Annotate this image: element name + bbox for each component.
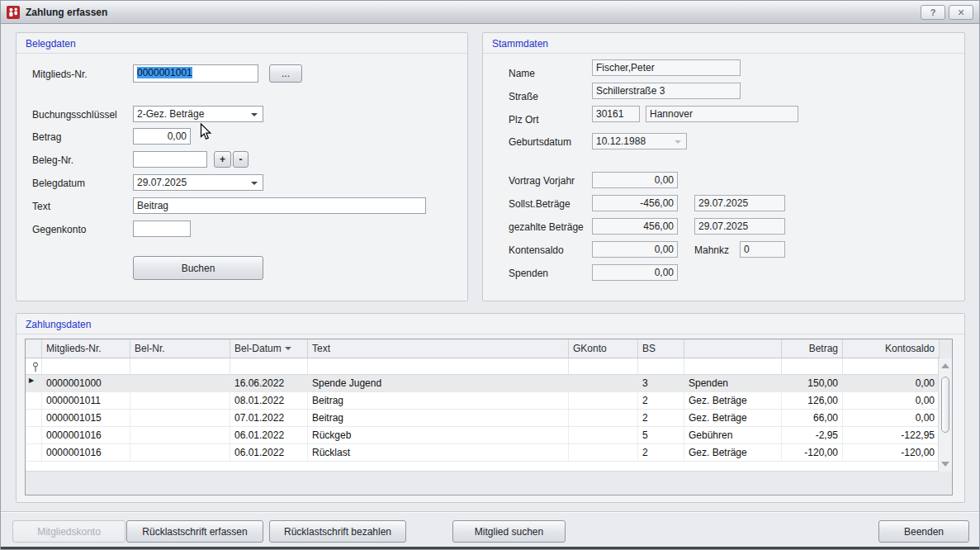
filter-cell[interactable]: [569, 358, 638, 374]
mitglied-suchen-button[interactable]: Mitglied suchen: [452, 520, 566, 543]
cell-bel-datum[interactable]: 16.06.2022: [230, 375, 308, 391]
empty-row: [26, 462, 940, 472]
column-header-bel_nr[interactable]: Bel-Nr.: [130, 339, 230, 358]
cell-gkonto[interactable]: [569, 444, 638, 461]
beenden-button[interactable]: Beenden: [878, 520, 969, 543]
cell-bel-datum[interactable]: 07.01.2022: [230, 410, 308, 426]
cell-bel-nr[interactable]: [130, 375, 230, 391]
cell-bel-datum[interactable]: 06.01.2022: [230, 427, 308, 443]
help-button[interactable]: ?: [921, 5, 945, 20]
cell-mitglieds-nr[interactable]: 0000001011: [42, 392, 130, 409]
ruecklastschrift-bezahlen-button[interactable]: Rücklastschrift bezahlen: [269, 520, 406, 543]
column-header-mitglieds_nr[interactable]: Mitglieds-Nr.: [42, 339, 130, 358]
cell-mitglieds-nr[interactable]: 0000001000: [42, 375, 130, 391]
betrag-input[interactable]: 0,00: [133, 128, 191, 145]
text-label: Text: [32, 201, 50, 212]
cell-gkonto[interactable]: [569, 375, 638, 391]
sort-desc-icon: [285, 347, 291, 350]
mitglied-suchen-label: Mitglied suchen: [475, 526, 543, 538]
scrollbar-down-icon[interactable]: [941, 462, 949, 467]
table-row[interactable]: 0000001016 06.01.2022 Rückgeb 5 Gebühren…: [26, 427, 940, 444]
column-header-kontosaldo[interactable]: Kontosaldo: [843, 339, 940, 358]
cell-gkonto[interactable]: [569, 427, 638, 443]
beleg-nr-decrement-button[interactable]: -: [233, 151, 249, 168]
filter-cell[interactable]: [308, 358, 569, 374]
cell-betrag[interactable]: -120,00: [782, 444, 843, 461]
table-row[interactable]: 0000001015 07.01.2022 Beitrag 2 Gez. Bet…: [26, 410, 940, 427]
filter-cell[interactable]: [130, 358, 230, 374]
filter-row[interactable]: [26, 358, 940, 375]
cell-betrag[interactable]: 150,00: [782, 375, 843, 391]
cell-bs[interactable]: 3: [638, 375, 684, 391]
cell-bs[interactable]: 2: [638, 410, 684, 426]
text-input[interactable]: Beitrag: [133, 197, 426, 214]
cell-betrag[interactable]: 126,00: [782, 392, 843, 409]
filter-cell[interactable]: [638, 358, 684, 374]
cell-mitglieds-nr[interactable]: 0000001016: [42, 427, 130, 443]
cell-kontosaldo[interactable]: 0,00: [843, 392, 940, 409]
mitgliedskonto-button[interactable]: Mitgliedskonto: [12, 520, 125, 543]
beleg-nr-increment-button[interactable]: +: [214, 151, 231, 168]
filter-cell[interactable]: [782, 358, 843, 374]
table-row[interactable]: 0000001011 08.01.2022 Beitrag 2 Gez. Bet…: [26, 392, 940, 410]
cell-text[interactable]: Rückgeb: [308, 427, 569, 443]
column-header-gkonto[interactable]: GKonto: [569, 339, 638, 358]
buchen-button[interactable]: Buchen: [133, 256, 263, 280]
ruecklastschrift-erfassen-button[interactable]: Rücklastschrift erfassen: [126, 520, 263, 543]
cell-betrag[interactable]: 66,00: [782, 410, 843, 426]
column-header-bs_text[interactable]: [684, 339, 782, 358]
cell-text[interactable]: Beitrag: [308, 410, 569, 426]
cell-bs-text[interactable]: Gez. Beträge: [684, 392, 782, 409]
cell-kontosaldo[interactable]: -120,00: [843, 444, 940, 461]
table-row[interactable]: ▶ 0000001000 16.06.2022 Spende Jugend 3 …: [26, 375, 940, 392]
browse-button[interactable]: ...: [269, 64, 302, 83]
cell-text[interactable]: Rücklast: [308, 444, 569, 461]
column-header-text[interactable]: Text: [308, 339, 569, 358]
cell-text[interactable]: Beitrag: [308, 392, 569, 409]
cell-kontosaldo[interactable]: 0,00: [843, 410, 940, 426]
vertical-scrollbar[interactable]: [938, 358, 952, 472]
column-header-betrag[interactable]: Betrag: [782, 339, 843, 358]
belegdatum-select[interactable]: 29.07.2025: [133, 174, 263, 191]
column-header-bs[interactable]: BS: [638, 339, 684, 358]
filter-cell[interactable]: [230, 358, 308, 374]
cell-bel-datum[interactable]: 06.01.2022: [230, 444, 308, 461]
gegenkonto-input[interactable]: [133, 220, 191, 237]
filter-cell[interactable]: [42, 358, 130, 374]
cell-mitglieds-nr[interactable]: 0000001016: [42, 444, 130, 461]
table-row[interactable]: 0000001016 06.01.2022 Rücklast 2 Gez. Be…: [26, 444, 940, 462]
scrollbar-up-icon[interactable]: [941, 363, 949, 368]
filter-cell[interactable]: [684, 358, 782, 374]
table-header: Mitglieds-Nr.Bel-Nr.Bel-DatumTextGKontoB…: [26, 339, 940, 358]
cell-kontosaldo[interactable]: -122,95: [843, 427, 940, 443]
cell-bel-nr[interactable]: [130, 392, 230, 409]
scrollbar-thumb[interactable]: [941, 377, 949, 433]
buchungsschluessel-select[interactable]: 2-Gez. Beträge: [133, 106, 263, 122]
cell-bs-text[interactable]: Gebühren: [684, 427, 782, 443]
cell-bs-text[interactable]: Spenden: [684, 375, 782, 391]
title-bar[interactable]: Zahlung erfassen ? ✕: [1, 1, 979, 24]
cell-bel-nr[interactable]: [130, 444, 230, 461]
cell-kontosaldo[interactable]: 0,00: [843, 375, 940, 391]
chevron-down-icon[interactable]: [251, 182, 258, 185]
cell-betrag[interactable]: -2,95: [782, 427, 843, 443]
cell-gkonto[interactable]: [569, 410, 638, 426]
cell-text[interactable]: Spende Jugend: [308, 375, 569, 391]
close-button[interactable]: ✕: [949, 5, 973, 20]
footer-separator: [1, 511, 979, 513]
cell-bel-datum[interactable]: 08.01.2022: [230, 392, 308, 409]
beleg-nr-input[interactable]: [133, 151, 207, 168]
chevron-down-icon[interactable]: [251, 113, 258, 116]
cell-gkonto[interactable]: [569, 392, 638, 409]
cell-bs[interactable]: 2: [638, 444, 684, 461]
mitglieds-nr-input[interactable]: 0000001001: [133, 64, 258, 83]
cell-bs-text[interactable]: Gez. Beträge: [684, 444, 782, 461]
filter-cell[interactable]: [843, 358, 940, 374]
cell-bs[interactable]: 5: [638, 427, 684, 443]
cell-bs[interactable]: 2: [638, 392, 684, 409]
cell-bel-nr[interactable]: [130, 427, 230, 443]
column-header-bel_datum[interactable]: Bel-Datum: [230, 339, 308, 358]
cell-mitglieds-nr[interactable]: 0000001015: [42, 410, 130, 426]
cell-bs-text[interactable]: Gez. Beträge: [684, 410, 782, 426]
cell-bel-nr[interactable]: [130, 410, 230, 426]
